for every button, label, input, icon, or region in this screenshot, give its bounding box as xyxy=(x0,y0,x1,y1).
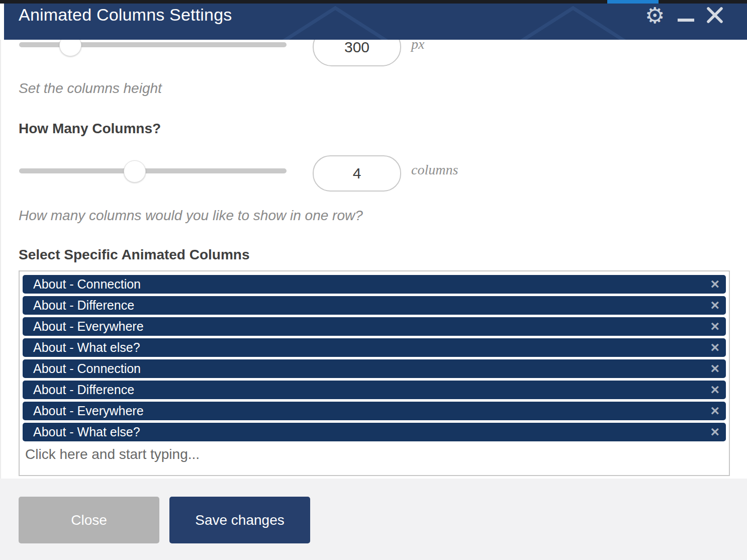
how-many-columns-heading: How Many Columns? xyxy=(19,121,161,137)
selected-item-label: About - Everywhere xyxy=(33,319,144,333)
dialog-footer: Close Save changes xyxy=(0,479,747,560)
animated-columns-settings-dialog: Animated Columns Settings ⚙ px Set the c… xyxy=(0,0,747,560)
selected-columns-multiselect[interactable]: About - Connection × About - Difference … xyxy=(19,270,730,476)
column-height-description: Set the columns height xyxy=(19,80,162,97)
remove-item-icon[interactable]: × xyxy=(710,275,719,294)
selected-item-label: About - Connection xyxy=(33,277,141,291)
selected-item-pill[interactable]: About - Difference × xyxy=(23,381,726,399)
remove-item-icon[interactable]: × xyxy=(710,423,719,441)
selected-item-pill[interactable]: About - What else? × xyxy=(23,423,726,441)
selected-item-pill[interactable]: About - Connection × xyxy=(23,275,726,294)
remove-item-icon[interactable]: × xyxy=(710,338,719,357)
remove-item-icon[interactable]: × xyxy=(710,402,719,420)
gear-icon[interactable]: ⚙ xyxy=(645,4,665,30)
selected-item-pill[interactable]: About - Connection × xyxy=(23,359,726,378)
close-icon[interactable] xyxy=(706,6,724,24)
columns-count-unit-label: columns xyxy=(411,162,458,178)
multiselect-typing-placeholder[interactable]: Click here and start typing... xyxy=(23,446,726,462)
selected-items-list: About - Connection × About - Difference … xyxy=(23,275,726,441)
selected-item-pill[interactable]: About - Everywhere × xyxy=(23,317,726,336)
columns-count-description: How many columns would you like to show … xyxy=(19,208,363,224)
close-button[interactable]: Close xyxy=(19,497,159,543)
column-height-slider[interactable] xyxy=(19,42,287,47)
remove-item-icon[interactable]: × xyxy=(710,359,719,378)
selected-item-pill[interactable]: About - What else? × xyxy=(23,338,726,357)
selected-item-label: About - Connection xyxy=(33,361,141,376)
dialog-titlebar: Animated Columns Settings ⚙ xyxy=(4,4,747,40)
selected-item-label: About - Difference xyxy=(33,383,134,397)
selected-item-label: About - Everywhere xyxy=(33,404,144,418)
select-columns-heading: Select Specific Animated Columns xyxy=(19,247,250,263)
columns-count-slider-thumb[interactable] xyxy=(124,160,146,182)
columns-count-input[interactable] xyxy=(313,155,401,192)
dialog-title: Animated Columns Settings xyxy=(19,5,232,25)
selected-item-label: About - What else? xyxy=(33,340,140,354)
selected-item-pill[interactable]: About - Everywhere × xyxy=(23,402,726,420)
remove-item-icon[interactable]: × xyxy=(710,296,719,315)
selected-item-label: About - Difference xyxy=(33,298,134,312)
top-system-bar xyxy=(0,0,747,4)
remove-item-icon[interactable]: × xyxy=(710,317,719,336)
save-changes-button[interactable]: Save changes xyxy=(169,497,310,543)
minimize-icon[interactable] xyxy=(678,19,694,22)
selected-item-label: About - What else? xyxy=(33,425,140,439)
top-accent-strip xyxy=(607,0,659,4)
selected-item-pill[interactable]: About - Difference × xyxy=(23,296,726,315)
remove-item-icon[interactable]: × xyxy=(710,381,719,399)
columns-count-slider[interactable] xyxy=(19,168,287,173)
